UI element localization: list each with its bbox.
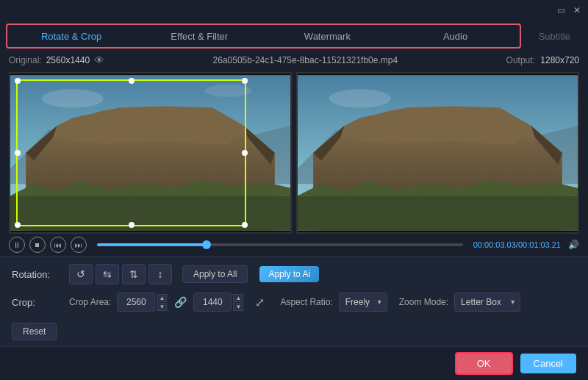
crop-resize-icon[interactable]: ⤢ — [249, 292, 270, 312]
apply-all-button[interactable]: Apply to All — [182, 265, 248, 283]
aspect-ratio-label: Aspect Ratio: — [280, 297, 332, 307]
crop-width-group: ▲ ▼ — [117, 293, 167, 312]
preview-left-image — [10, 74, 290, 232]
flip-horizontal-button[interactable]: ⇆ — [96, 264, 119, 284]
aspect-ratio-wrapper: Freely 16:9 4:3 1:1 ▼ — [339, 293, 387, 312]
crop-area-label: Crop Area: — [69, 297, 111, 307]
pause-button[interactable]: ⏸ — [9, 237, 25, 253]
svg-point-8 — [41, 89, 104, 107]
volume-icon[interactable]: 🔊 — [568, 240, 579, 250]
tab-audio[interactable]: Audio — [391, 25, 519, 47]
preview-right-image — [298, 74, 578, 232]
original-info: Original: 2560x1440 👁 — [9, 54, 104, 66]
rotation-label: Rotation: — [12, 269, 63, 280]
close-button[interactable]: ✕ — [572, 5, 582, 15]
crop-height-up[interactable]: ▲ — [233, 294, 243, 302]
aspect-ratio-select[interactable]: Freely 16:9 4:3 1:1 — [339, 293, 387, 312]
tab-rotate-crop[interactable]: Rotate & Crop — [7, 25, 135, 47]
svg-point-18 — [329, 89, 391, 107]
output-size: 1280x720 — [540, 55, 579, 65]
controls-section: Rotation: ↺ ⇆ ⇅ ↕ Apply to All Apply to … — [0, 256, 588, 348]
minimize-button[interactable]: ▭ — [556, 5, 566, 15]
progress-bar[interactable] — [97, 243, 463, 246]
tab-effect-filter[interactable]: Effect & Filter — [135, 25, 263, 47]
zoom-mode-select[interactable]: Letter Box Pan & Scan Full — [454, 293, 520, 312]
prev-frame-button[interactable]: ⏮ — [50, 237, 66, 253]
link-icon: 🔗 — [173, 295, 187, 309]
playback-bar: ⏸ ⏹ ⏮ ⏭ 00:00:03.03/00:01:03.21 🔊 — [0, 234, 588, 256]
zoom-mode-wrapper: Letter Box Pan & Scan Full ▼ — [454, 293, 520, 312]
svg-rect-6 — [10, 196, 290, 231]
tab-container: Rotate & Crop Effect & Filter Watermark … — [0, 21, 588, 49]
rotation-row: Rotation: ↺ ⇆ ⇅ ↕ Apply to All Apply to … — [12, 264, 576, 284]
flip-vertical-button[interactable]: ⇅ — [122, 264, 146, 284]
tab-subtitle[interactable]: Subtitle — [527, 31, 582, 42]
reset-row: Reset — [12, 320, 576, 340]
bottom-bar: OK Cancel — [0, 346, 588, 380]
svg-rect-16 — [298, 196, 578, 231]
preview-right — [296, 72, 579, 234]
crop-width-spinners: ▲ ▼ — [157, 294, 167, 311]
title-bar: ▭ ✕ — [0, 0, 588, 21]
tab-box: Rotate & Crop Effect & Filter Watermark … — [6, 24, 521, 49]
zoom-mode-label: Zoom Mode: — [399, 297, 448, 307]
crop-height-group: ▲ ▼ — [193, 293, 243, 312]
crop-label: Crop: — [12, 297, 63, 308]
next-frame-button[interactable]: ⏭ — [71, 237, 87, 253]
time-display: 00:00:03.03/00:01:03.21 — [473, 240, 561, 249]
progress-fill — [97, 243, 207, 246]
rotate-ccw-button[interactable]: ↺ — [69, 264, 93, 284]
crop-height-spinners: ▲ ▼ — [233, 294, 243, 311]
crop-height-input[interactable] — [193, 293, 232, 312]
crop-width-up[interactable]: ▲ — [157, 294, 167, 302]
crop-width-input[interactable] — [117, 293, 155, 312]
rotate-cw-button[interactable]: ↕ — [148, 264, 172, 284]
progress-thumb[interactable] — [202, 240, 211, 249]
cancel-button[interactable]: Cancel — [520, 354, 576, 373]
apply-ai-button[interactable]: Apply to Ai — [259, 266, 319, 282]
preview-left — [9, 72, 292, 234]
output-info: Output: 1280x720 — [506, 55, 579, 65]
preview-area — [0, 72, 588, 234]
filename-label: 26a0505b-24c1-475e-8bac-11521321fb0e.mp4 — [104, 55, 506, 65]
info-bar: Original: 2560x1440 👁 26a0505b-24c1-475e… — [0, 49, 588, 72]
original-size: 2560x1440 — [46, 55, 90, 65]
visibility-icon[interactable]: 👁 — [94, 54, 104, 66]
tab-watermark[interactable]: Watermark — [263, 25, 391, 47]
crop-width-down[interactable]: ▼ — [157, 303, 167, 311]
rotation-buttons: ↺ ⇆ ⇅ ↕ — [69, 264, 172, 284]
ok-button[interactable]: OK — [455, 352, 513, 375]
reset-button[interactable]: Reset — [12, 323, 57, 340]
crop-row: Crop: Crop Area: ▲ ▼ 🔗 ▲ ▼ ⤢ Aspect Rati… — [12, 292, 576, 312]
svg-point-9 — [205, 85, 252, 97]
crop-height-down[interactable]: ▼ — [233, 303, 243, 311]
stop-button[interactable]: ⏹ — [29, 237, 46, 253]
